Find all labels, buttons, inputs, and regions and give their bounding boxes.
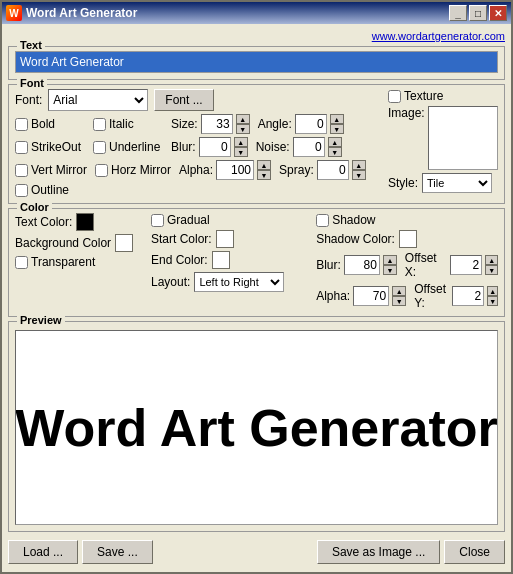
alpha-up-button[interactable]: ▲ (257, 160, 271, 170)
bottom-left-buttons: Load ... Save ... (8, 540, 153, 564)
gradual-checkbox-label[interactable]: Gradual (151, 213, 310, 227)
window-controls: _ □ ✕ (449, 5, 507, 21)
layout-label: Layout: (151, 275, 190, 289)
shadow-alpha-spin-buttons: ▲ ▼ (392, 286, 406, 306)
transparent-label: Transparent (31, 255, 95, 269)
blur-down-button[interactable]: ▼ (234, 147, 248, 157)
horz-mirror-checkbox[interactable] (95, 164, 108, 177)
spray-up-button[interactable]: ▲ (352, 160, 366, 170)
vert-mirror-checkbox[interactable] (15, 164, 28, 177)
minimize-button[interactable]: _ (449, 5, 467, 21)
bold-checkbox[interactable] (15, 118, 28, 131)
underline-checkbox[interactable] (93, 141, 106, 154)
end-color-swatch[interactable] (212, 251, 230, 269)
font-button[interactable]: Font ... (154, 89, 213, 111)
offset-y-up-button[interactable]: ▲ (487, 286, 498, 296)
shadow-label: Shadow (332, 213, 375, 227)
noise-label: Noise: (256, 140, 290, 154)
maximize-button[interactable]: □ (469, 5, 487, 21)
size-down-button[interactable]: ▼ (236, 124, 250, 134)
noise-input[interactable] (293, 137, 325, 157)
angle-down-button[interactable]: ▼ (330, 124, 344, 134)
strikeout-checkbox[interactable] (15, 141, 28, 154)
italic-checkbox-label[interactable]: Italic (93, 117, 163, 131)
load-button[interactable]: Load ... (8, 540, 78, 564)
spray-input[interactable] (317, 160, 349, 180)
close-window-button[interactable]: ✕ (489, 5, 507, 21)
alpha-down-button[interactable]: ▼ (257, 170, 271, 180)
outline-checkbox[interactable] (15, 184, 28, 197)
spray-spin: Spray: ▲ ▼ (279, 160, 366, 180)
save-image-button[interactable]: Save as Image ... (317, 540, 440, 564)
font-left-panel: Font: Arial Font ... Bold (15, 89, 382, 197)
texture-checkbox-label[interactable]: Texture (388, 89, 498, 103)
save-button[interactable]: Save ... (82, 540, 153, 564)
alpha-label: Alpha: (179, 163, 213, 177)
vert-mirror-checkbox-label[interactable]: Vert Mirror (15, 163, 87, 177)
shadow-alpha-row: Alpha: ▲ ▼ Offset Y: ▲ (316, 282, 498, 310)
window-title: Word Art Generator (26, 6, 449, 20)
preview-box: Word Art Generator (15, 330, 498, 525)
shadow-blur-spin: Blur: ▲ ▼ (316, 255, 397, 275)
noise-up-button[interactable]: ▲ (328, 137, 342, 147)
bottom-right-buttons: Save as Image ... Close (317, 540, 505, 564)
shadow-color-swatch[interactable] (399, 230, 417, 248)
preview-group-label: Preview (17, 314, 65, 326)
noise-down-button[interactable]: ▼ (328, 147, 342, 157)
outline-checkbox-label[interactable]: Outline (15, 183, 85, 197)
offset-x-down-button[interactable]: ▼ (485, 265, 498, 275)
app-icon: W (6, 5, 22, 21)
outline-label: Outline (31, 183, 69, 197)
texture-style-row: Style: Tile Stretch Center (388, 173, 498, 193)
shadow-blur-label: Blur: (316, 258, 341, 272)
offset-y-input[interactable] (452, 286, 484, 306)
font-label: Font: (15, 93, 42, 107)
end-color-row: End Color: (151, 251, 310, 269)
text-input[interactable] (15, 51, 498, 73)
bg-color-swatch[interactable] (115, 234, 133, 252)
shadow-blur-up-button[interactable]: ▲ (383, 255, 397, 265)
shadow-checkbox[interactable] (316, 214, 329, 227)
shadow-alpha-up-button[interactable]: ▲ (392, 286, 406, 296)
underline-checkbox-label[interactable]: Underline (93, 140, 163, 154)
shadow-checkbox-label[interactable]: Shadow (316, 213, 498, 227)
text-color-swatch[interactable] (76, 213, 94, 231)
alpha-input[interactable] (216, 160, 254, 180)
offset-x-input[interactable] (450, 255, 482, 275)
angle-input[interactable] (295, 114, 327, 134)
offset-x-up-button[interactable]: ▲ (485, 255, 498, 265)
spray-down-button[interactable]: ▼ (352, 170, 366, 180)
font-controls-row2: StrikeOut Underline Blur: ▲ ▼ (15, 137, 382, 157)
gradual-checkbox[interactable] (151, 214, 164, 227)
angle-up-button[interactable]: ▲ (330, 114, 344, 124)
strikeout-checkbox-label[interactable]: StrikeOut (15, 140, 85, 154)
size-up-button[interactable]: ▲ (236, 114, 250, 124)
horz-mirror-checkbox-label[interactable]: Horz Mirror (95, 163, 171, 177)
size-spin-buttons: ▲ ▼ (236, 114, 250, 134)
blur-up-button[interactable]: ▲ (234, 137, 248, 147)
offset-y-down-button[interactable]: ▼ (487, 296, 498, 306)
start-color-swatch[interactable] (216, 230, 234, 248)
shadow-alpha-spin: Alpha: ▲ ▼ (316, 286, 406, 306)
texture-label: Texture (404, 89, 443, 103)
color-left: Text Color: Background Color Transparent (15, 213, 145, 310)
blur-input[interactable] (199, 137, 231, 157)
shadow-alpha-down-button[interactable]: ▼ (392, 296, 406, 306)
layout-select[interactable]: Left to Right Top to Bottom Right to Lef… (194, 272, 284, 292)
start-color-label: Start Color: (151, 232, 212, 246)
shadow-blur-down-button[interactable]: ▼ (383, 265, 397, 275)
style-select[interactable]: Tile Stretch Center (422, 173, 492, 193)
shadow-alpha-input[interactable] (353, 286, 389, 306)
italic-checkbox[interactable] (93, 118, 106, 131)
transparent-checkbox[interactable] (15, 256, 28, 269)
noise-spin: Noise: ▲ ▼ (256, 137, 342, 157)
font-select[interactable]: Arial (48, 89, 148, 111)
website-link[interactable]: www.wordartgenerator.com (8, 30, 505, 42)
texture-checkbox[interactable] (388, 90, 401, 103)
shadow-blur-input[interactable] (344, 255, 380, 275)
bold-checkbox-label[interactable]: Bold (15, 117, 85, 131)
color-right: Shadow Shadow Color: Blur: ▲ ▼ (316, 213, 498, 310)
close-button[interactable]: Close (444, 540, 505, 564)
size-input[interactable] (201, 114, 233, 134)
transparent-checkbox-label[interactable]: Transparent (15, 255, 145, 269)
